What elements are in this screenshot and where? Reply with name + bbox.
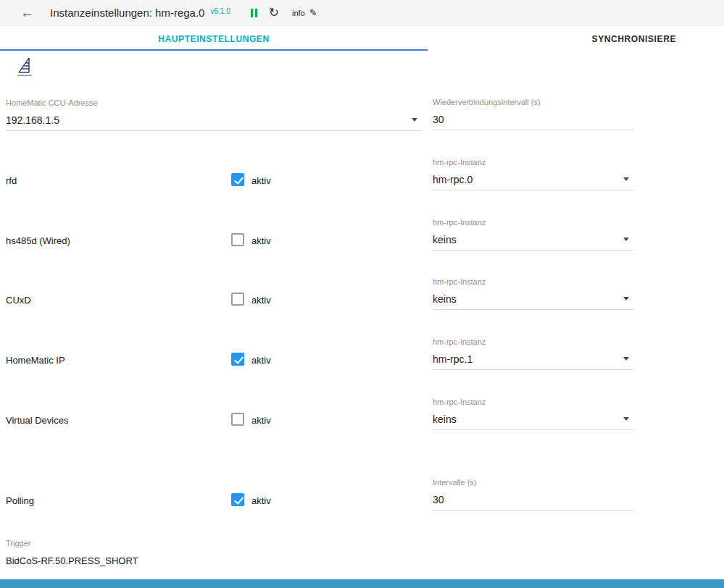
homematic-logo	[12, 56, 38, 78]
active-checkbox-label: aktiv	[251, 235, 271, 246]
polling-interval-input[interactable]: Intervalle (s) 30	[433, 478, 633, 511]
instance-value: keins	[433, 413, 457, 425]
reconnect-interval-label: Wiederverbindungsintervall (s)	[433, 98, 633, 107]
active-checkbox[interactable]	[231, 353, 244, 366]
chevron-down-icon	[623, 177, 629, 181]
version-badge: v5.1.0	[210, 7, 230, 15]
active-checkbox[interactable]	[231, 173, 244, 186]
ccu-address-label: HomeMatic CCU-Adresse	[6, 98, 422, 108]
active-checkbox-label: aktiv	[251, 495, 271, 506]
service-name: hs485d (Wired)	[6, 235, 70, 246]
instance-label: hm-rpc-Instanz	[433, 218, 633, 227]
trigger-value: BidCoS-RF.50.PRESS_SHORT	[6, 555, 138, 566]
chevron-down-icon	[412, 118, 417, 122]
active-checkbox-label: aktiv	[251, 295, 271, 306]
edit-pencil-icon[interactable]: ✎	[309, 7, 317, 18]
chevron-down-icon	[623, 238, 629, 241]
service-row-rfd: rfd aktiv hm-rpc-Instanz hm-rpc.0	[0, 158, 724, 201]
back-arrow-icon[interactable]: ←	[20, 6, 34, 20]
instance-select[interactable]: hm-rpc-Instanz hm-rpc.0	[433, 158, 633, 190]
page-title: Instanzeinstellungen: hm-rega.0	[50, 7, 204, 19]
service-row-virtual-devices: Virtual Devices aktiv hm-rpc-Instanz kei…	[0, 398, 724, 441]
app-bar: ← Instanzeinstellungen: hm-rega.0 v5.1.0…	[0, 0, 724, 26]
trigger-field[interactable]: Trigger BidCoS-RF.50.PRESS_SHORT	[6, 539, 138, 566]
active-checkbox[interactable]	[231, 493, 244, 506]
instance-label: hm-rpc-Instanz	[433, 337, 633, 347]
reconnect-interval-value: 30	[433, 114, 444, 125]
instance-value: keins	[433, 293, 457, 305]
active-checkbox[interactable]	[231, 233, 244, 246]
instance-label: hm-rpc-Instanz	[433, 277, 633, 287]
service-name: Polling	[6, 495, 34, 506]
tab-bar: HAUPTEINSTELLUNGEN SYNCHRONISIERE	[0, 26, 724, 51]
instance-value: hm-rpc.1	[433, 353, 473, 365]
chevron-down-icon	[623, 297, 629, 301]
instance-label: hm-rpc-Instanz	[433, 398, 633, 407]
chevron-down-icon	[623, 417, 629, 421]
instance-select[interactable]: hm-rpc-Instanz keins	[433, 218, 633, 251]
active-checkbox-label: aktiv	[251, 415, 271, 426]
instance-value: keins	[433, 234, 457, 245]
instance-select[interactable]: hm-rpc-Instanz keins	[433, 398, 633, 430]
bottom-accent-bar	[0, 579, 724, 588]
service-name: rfd	[6, 175, 17, 186]
instance-select[interactable]: hm-rpc-Instanz hm-rpc.1	[433, 337, 633, 370]
service-row-hs485d: hs485d (Wired) aktiv hm-rpc-Instanz kein…	[0, 218, 724, 261]
active-tab-indicator	[0, 49, 428, 51]
info-label: info	[292, 9, 305, 17]
service-row-cuxd: CUxD aktiv hm-rpc-Instanz keins	[0, 277, 724, 321]
service-name: Virtual Devices	[6, 415, 68, 426]
refresh-icon[interactable]: ↻	[269, 7, 279, 19]
service-name: HomeMatic IP	[6, 355, 65, 366]
pause-button[interactable]	[251, 9, 257, 17]
polling-interval-label: Intervalle (s)	[433, 478, 633, 487]
tab-synchronisiere[interactable]: SYNCHRONISIERE	[592, 34, 676, 44]
ccu-address-select[interactable]: HomeMatic CCU-Adresse 192.168.1.5	[6, 98, 422, 131]
chevron-down-icon	[623, 357, 629, 361]
instance-label: hm-rpc-Instanz	[433, 158, 633, 167]
active-checkbox-label: aktiv	[251, 355, 271, 366]
active-checkbox[interactable]	[231, 293, 244, 306]
active-checkbox[interactable]	[231, 413, 244, 426]
instance-value: hm-rpc.0	[433, 174, 473, 185]
tab-haupteinstellungen[interactable]: HAUPTEINSTELLUNGEN	[0, 34, 428, 44]
service-row-polling: Polling aktiv Intervalle (s) 30	[0, 478, 724, 521]
service-name: CUxD	[6, 295, 31, 306]
reconnect-interval-input[interactable]: Wiederverbindungsintervall (s) 30	[433, 98, 633, 130]
ccu-address-value: 192.168.1.5	[6, 114, 59, 126]
service-row-homematic-ip: HomeMatic IP aktiv hm-rpc-Instanz hm-rpc…	[0, 337, 724, 381]
trigger-label: Trigger	[6, 539, 138, 548]
instance-select[interactable]: hm-rpc-Instanz keins	[433, 277, 633, 310]
polling-interval-value: 30	[433, 494, 444, 505]
active-checkbox-label: aktiv	[251, 175, 271, 186]
